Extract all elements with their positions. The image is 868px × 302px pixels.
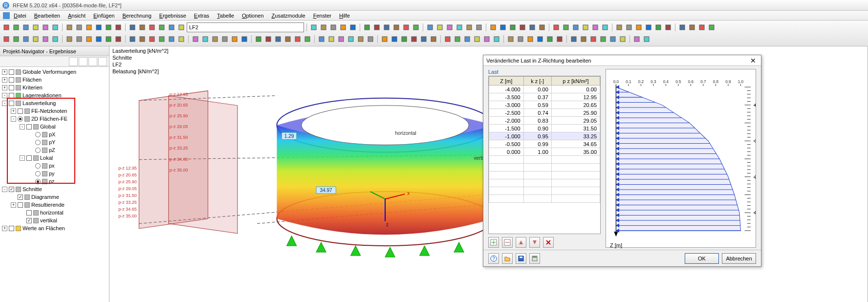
menu-optionen[interactable]: Optionen bbox=[238, 12, 268, 20]
toolbar-button[interactable] bbox=[303, 35, 312, 43]
tree-checkbox[interactable]: ✓ bbox=[18, 194, 23, 200]
tree-checkbox[interactable]: ✓ bbox=[26, 218, 32, 223]
toolbar-button[interactable] bbox=[528, 23, 537, 32]
menu-ergebnisse[interactable]: Ergebnisse bbox=[155, 12, 190, 20]
toolbar-button[interactable] bbox=[65, 35, 74, 43]
tree-item[interactable]: ✓vertikal bbox=[0, 216, 109, 224]
close-icon[interactable]: ✕ bbox=[748, 57, 758, 65]
tree-radio[interactable] bbox=[35, 163, 41, 169]
table-row[interactable] bbox=[489, 156, 600, 164]
toolbar-button[interactable] bbox=[85, 35, 93, 43]
table-delete-row-button[interactable] bbox=[543, 237, 554, 248]
tree-radio[interactable] bbox=[18, 116, 23, 122]
toolbar-button[interactable] bbox=[177, 35, 186, 43]
toolbar-button[interactable] bbox=[536, 35, 544, 43]
toolbar-button[interactable] bbox=[274, 35, 282, 43]
tree-item[interactable]: horizontal bbox=[0, 209, 109, 216]
toolbar-button[interactable] bbox=[545, 35, 554, 43]
toolbar-button[interactable] bbox=[264, 35, 273, 43]
tree-radio[interactable] bbox=[35, 171, 41, 176]
tree-toggle[interactable]: - bbox=[11, 116, 16, 122]
calc-button[interactable] bbox=[529, 253, 540, 264]
ok-button[interactable]: OK bbox=[685, 253, 719, 264]
toolbar-button[interactable] bbox=[138, 35, 147, 43]
table-row[interactable] bbox=[489, 187, 600, 195]
tree-item[interactable]: -2D Flächen-FE bbox=[0, 115, 109, 123]
toolbar-button[interactable] bbox=[688, 23, 696, 32]
toolbar-button[interactable] bbox=[601, 23, 609, 32]
toolbar-button[interactable] bbox=[489, 23, 498, 32]
toolbar-button[interactable] bbox=[347, 35, 355, 43]
toolbar-button[interactable] bbox=[363, 23, 371, 32]
table-sort-desc-button[interactable] bbox=[529, 237, 540, 248]
tree-checkbox[interactable] bbox=[9, 93, 14, 98]
tree-radio[interactable] bbox=[35, 148, 41, 153]
toolbar-button[interactable] bbox=[516, 35, 525, 43]
menu-berechnung[interactable]: Berechnung bbox=[118, 12, 155, 20]
menu-einfügen[interactable]: Einfügen bbox=[89, 12, 118, 20]
toolbar-button[interactable] bbox=[75, 35, 84, 43]
toolbar-button[interactable] bbox=[455, 23, 464, 32]
toolbar-button[interactable] bbox=[148, 35, 156, 43]
tree-radio[interactable] bbox=[35, 132, 41, 137]
toolbar-button[interactable] bbox=[492, 35, 501, 43]
toolbar-button[interactable] bbox=[562, 23, 570, 32]
toolbar-button[interactable] bbox=[94, 23, 103, 32]
toolbar-button[interactable] bbox=[85, 23, 93, 32]
toolbar-button[interactable] bbox=[2, 23, 11, 32]
toolbar-button[interactable] bbox=[191, 35, 200, 43]
toolbar-button[interactable] bbox=[499, 23, 507, 32]
toolbar-button[interactable] bbox=[309, 23, 318, 32]
load-table[interactable]: Z [m] k z [-] p z [kN/m²] -4.0000.000.00… bbox=[488, 76, 601, 234]
toolbar-button[interactable] bbox=[589, 35, 598, 43]
tree-item[interactable]: pY bbox=[0, 138, 109, 146]
loadcase-selector[interactable] bbox=[187, 22, 304, 32]
toolbar-button[interactable] bbox=[664, 23, 673, 32]
toolbar-button[interactable] bbox=[372, 23, 381, 32]
toolbar-button[interactable] bbox=[473, 35, 481, 43]
toolbar-button[interactable] bbox=[51, 35, 60, 43]
toolbar-button[interactable] bbox=[293, 35, 302, 43]
toolbar-button[interactable] bbox=[31, 35, 40, 43]
tree-checkbox[interactable] bbox=[26, 155, 32, 161]
tree-item[interactable]: +Kriterien bbox=[0, 84, 109, 91]
tree-toggle[interactable]: - bbox=[2, 187, 7, 192]
toolbar-button[interactable] bbox=[581, 23, 590, 32]
tree-item[interactable]: -Lokal bbox=[0, 154, 109, 162]
col-pz[interactable]: p z [kN/m²] bbox=[551, 77, 600, 86]
nav-tab-2[interactable] bbox=[79, 57, 87, 66]
toolbar-button[interactable] bbox=[526, 35, 535, 43]
toolbar-button[interactable] bbox=[319, 23, 328, 32]
toolbar-button[interactable] bbox=[463, 35, 472, 43]
toolbar-button[interactable] bbox=[31, 23, 40, 32]
tree-item[interactable]: +Werte an Flächen bbox=[0, 224, 109, 232]
toolbar-button[interactable] bbox=[634, 23, 643, 32]
toolbar-button[interactable] bbox=[12, 23, 21, 32]
nav-tab-4[interactable] bbox=[98, 57, 107, 66]
tree-item[interactable]: py bbox=[0, 170, 109, 177]
toolbar-button[interactable] bbox=[51, 23, 60, 32]
toolbar-button[interactable] bbox=[615, 23, 624, 32]
tree-toggle[interactable]: + bbox=[2, 77, 7, 83]
toolbar-button[interactable] bbox=[138, 23, 147, 32]
toolbar-button[interactable] bbox=[167, 35, 176, 43]
toolbar-button[interactable] bbox=[552, 23, 561, 32]
table-row[interactable] bbox=[489, 172, 600, 179]
table-row[interactable]: -2.0000.8329.05 bbox=[489, 117, 600, 125]
toolbar-button[interactable] bbox=[329, 23, 338, 32]
toolbar-button[interactable] bbox=[22, 23, 30, 32]
open-button[interactable] bbox=[502, 253, 513, 264]
toolbar-button[interactable] bbox=[2, 35, 11, 43]
col-z[interactable]: Z [m] bbox=[489, 77, 524, 86]
toolbar-button[interactable] bbox=[412, 23, 420, 32]
tree-item[interactable]: -✓Schnitte bbox=[0, 185, 109, 193]
table-row[interactable]: -1.5000.9031.50 bbox=[489, 125, 600, 132]
tree-item[interactable]: -Lastverteilung bbox=[0, 99, 109, 107]
tree-item[interactable]: ✓Diagramme bbox=[0, 193, 109, 201]
toolbar-button[interactable] bbox=[475, 23, 483, 32]
cancel-button[interactable]: Abbrechen bbox=[722, 253, 756, 264]
toolbar-button[interactable] bbox=[211, 35, 219, 43]
toolbar-button[interactable] bbox=[167, 23, 176, 32]
tree-item[interactable]: +Flächen bbox=[0, 76, 109, 84]
toolbar-button[interactable] bbox=[508, 23, 517, 32]
